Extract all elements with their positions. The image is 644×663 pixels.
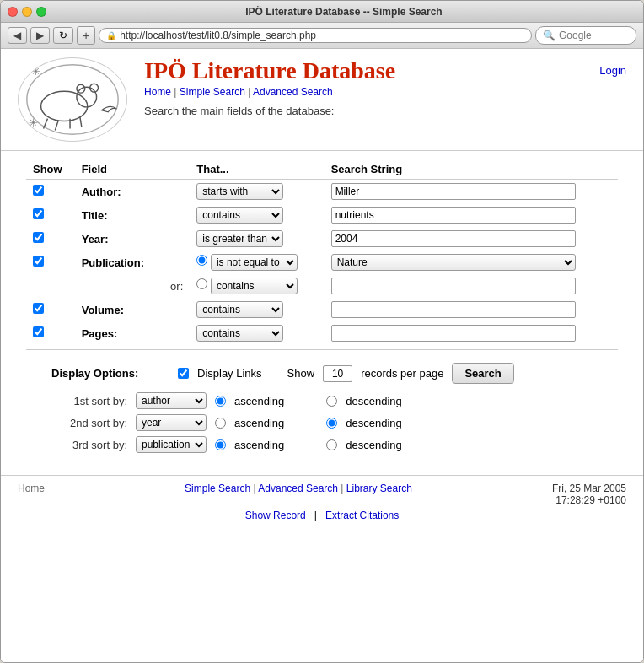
field-label-pages: Pages:	[82, 327, 118, 340]
footer-advanced-search-link[interactable]: Advanced Search	[258, 482, 338, 494]
footer-extract-citations-link[interactable]: Extract Citations	[325, 509, 399, 521]
or-label: or:	[75, 274, 191, 298]
show-cell-pages	[26, 321, 75, 345]
string-select-publication[interactable]: Nature Science PNAS	[331, 254, 576, 271]
svg-line-10	[80, 116, 82, 127]
divider	[26, 349, 618, 350]
logo: ✳ ✳	[18, 57, 127, 142]
show-checkbox-title[interactable]	[33, 208, 44, 219]
string-input-pages[interactable]	[331, 325, 576, 342]
show-checkbox-author[interactable]	[33, 185, 44, 196]
sort3-asc-label: ascending	[234, 439, 284, 451]
sort3-desc-label: descending	[346, 439, 402, 451]
footer-time: 17:28:29 +0100	[552, 494, 626, 506]
show-checkbox-publication[interactable]	[33, 256, 44, 267]
footer-date: Fri, 25 Mar 2005	[552, 482, 626, 494]
maximize-button[interactable]	[36, 7, 46, 17]
footer-simple-search-link[interactable]: Simple Search	[185, 482, 250, 494]
footer-show-record-link[interactable]: Show Record	[245, 509, 306, 521]
minimize-button[interactable]	[22, 7, 32, 17]
page-header: ✳ ✳	[1, 49, 643, 151]
svg-point-2	[27, 64, 118, 134]
browser-search-input[interactable]	[555, 28, 623, 43]
string-input-pub-or[interactable]	[331, 278, 576, 294]
footer-row2: Show Record | Extract Citations	[18, 509, 626, 521]
breadcrumb-home[interactable]: Home	[144, 86, 171, 98]
that-cell-author: starts with contains is equal to is not …	[190, 180, 324, 204]
table-row: Pages: starts with contains is equal to …	[26, 321, 618, 345]
sort1-select[interactable]: author title year publication volume pag…	[136, 392, 207, 409]
that-select-author[interactable]: starts with contains is equal to is not …	[196, 183, 283, 200]
sort2-asc-radio[interactable]	[215, 418, 226, 429]
that-select-pub-or[interactable]: starts with contains is equal to is not …	[211, 278, 298, 294]
sort2-select[interactable]: author title year publication volume pag…	[136, 414, 207, 431]
that-select-publication[interactable]: starts with contains is equal to is not …	[211, 254, 298, 271]
search-button[interactable]: Search	[452, 363, 513, 384]
browser-search-bar[interactable]: 🔍	[535, 26, 636, 45]
col-header-that: That...	[190, 159, 324, 180]
sort3-select[interactable]: author title year publication volume pag…	[136, 436, 207, 453]
that-select-volume[interactable]: starts with contains is equal to is not …	[196, 301, 283, 318]
records-per-page-label: records per page	[361, 367, 443, 380]
sort1-asc-label: ascending	[234, 395, 284, 407]
footer-center-links: Simple Search | Advanced Search | Librar…	[185, 482, 412, 494]
sort3-label: 3rd sort by:	[51, 439, 127, 451]
lock-icon: 🔒	[106, 31, 116, 40]
sort3-desc-radio[interactable]	[326, 439, 337, 450]
string-cell-year	[325, 227, 618, 251]
page-footer: Home Simple Search | Advanced Search | L…	[1, 475, 643, 528]
show-checkbox-pages[interactable]	[33, 326, 44, 337]
field-cell-title: Title:	[75, 203, 191, 227]
traffic-lights	[8, 7, 46, 17]
sort1-desc-radio[interactable]	[326, 396, 337, 407]
svg-point-3	[41, 91, 88, 121]
close-button[interactable]	[8, 7, 18, 17]
string-input-volume[interactable]	[331, 301, 576, 318]
pub-radio-main[interactable]	[196, 255, 207, 266]
address-bar[interactable]: 🔒 http://localhost/test/lit0.8/simple_se…	[99, 28, 532, 43]
that-select-title[interactable]: starts with contains is equal to is not …	[196, 207, 283, 224]
that-cell-title: starts with contains is equal to is not …	[190, 203, 324, 227]
sort1-asc-radio[interactable]	[215, 396, 226, 407]
or-empty1	[26, 274, 75, 298]
sort2-asc-label: ascending	[234, 417, 284, 429]
that-select-pages[interactable]: starts with contains is equal to is not …	[196, 325, 283, 342]
string-input-year[interactable]	[331, 230, 576, 247]
string-input-author[interactable]	[331, 183, 576, 200]
login-link[interactable]: Login	[599, 64, 626, 77]
show-checkbox-volume[interactable]	[33, 303, 44, 314]
table-row: Author: starts with contains is equal to…	[26, 180, 618, 204]
breadcrumb-advanced-search[interactable]: Advanced Search	[253, 86, 333, 98]
header-subtitle: Search the main fields of the database:	[144, 105, 599, 117]
display-options-label: Display Options:	[51, 367, 169, 380]
sort2-desc-label: descending	[346, 417, 402, 429]
that-cell-pages: starts with contains is equal to is not …	[190, 321, 324, 345]
string-input-title[interactable]	[331, 207, 576, 224]
col-header-show: Show	[26, 159, 75, 180]
string-cell-author	[325, 180, 618, 204]
pub-radio-or[interactable]	[196, 278, 207, 289]
sort3-asc-radio[interactable]	[215, 439, 226, 450]
show-checkbox-year[interactable]	[33, 232, 44, 243]
forward-button[interactable]: ▶	[30, 27, 50, 44]
that-select-year[interactable]: starts with contains is equal to is not …	[196, 230, 283, 247]
footer-datetime: Fri, 25 Mar 2005 17:28:29 +0100	[552, 482, 626, 506]
back-button[interactable]: ◀	[8, 27, 27, 44]
footer-links-row: Home Simple Search | Advanced Search | L…	[18, 482, 626, 506]
search-form-area: Show Field That... Search String Author:	[1, 151, 643, 475]
search-icon: 🔍	[543, 30, 555, 41]
sort2-desc-radio[interactable]	[326, 418, 337, 429]
new-tab-button[interactable]: +	[77, 26, 95, 45]
footer-library-search-link[interactable]: Library Search	[346, 482, 412, 494]
that-cell-year: starts with contains is equal to is not …	[190, 227, 324, 251]
svg-text:✳: ✳	[29, 116, 38, 129]
field-label-title: Title:	[82, 209, 108, 222]
show-cell-title	[26, 203, 75, 227]
string-cell-title	[325, 203, 618, 227]
show-cell-volume	[26, 298, 75, 321]
breadcrumb-simple-search[interactable]: Simple Search	[180, 86, 245, 98]
display-links-checkbox[interactable]	[178, 368, 189, 379]
browser-toolbar: ◀ ▶ ↻ + 🔒 http://localhost/test/lit0.8/s…	[1, 23, 643, 49]
refresh-button[interactable]: ↻	[53, 27, 73, 44]
records-count-input[interactable]	[323, 365, 352, 382]
